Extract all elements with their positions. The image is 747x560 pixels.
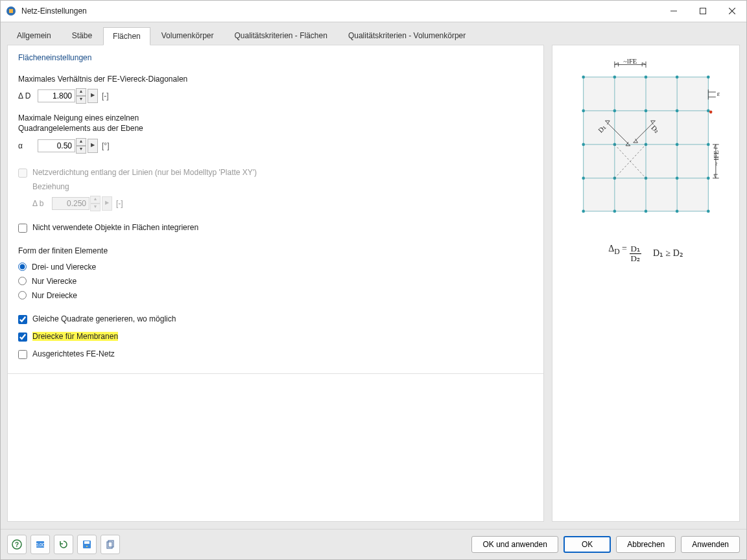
symbol-alpha: α bbox=[18, 141, 38, 150]
tab-staebe[interactable]: Stäbe bbox=[62, 27, 102, 45]
maximize-button[interactable] bbox=[688, 1, 717, 21]
radio-input-quads[interactable] bbox=[18, 277, 27, 285]
ok-button[interactable]: OK bbox=[563, 536, 611, 553]
expand-delta-d[interactable]: ▶ bbox=[88, 89, 98, 103]
check-integrate-unused[interactable]: Nicht verwendete Objekte in Flächen inte… bbox=[18, 223, 533, 233]
cancel-button[interactable]: Abbrechen bbox=[616, 536, 676, 553]
svg-point-20 bbox=[676, 76, 679, 79]
close-button[interactable] bbox=[717, 1, 746, 21]
svg-point-27 bbox=[582, 143, 585, 146]
svg-point-63 bbox=[86, 546, 88, 547]
svg-text:0,00: 0,00 bbox=[36, 542, 45, 547]
app-icon bbox=[6, 6, 16, 16]
tab-flaechen[interactable]: Flächen bbox=[103, 27, 150, 45]
input-delta-b bbox=[52, 197, 89, 210]
svg-point-31 bbox=[707, 143, 710, 146]
svg-point-35 bbox=[676, 177, 679, 180]
label-relation: Beziehung bbox=[32, 181, 533, 192]
symbol-delta-b: Δ b bbox=[32, 199, 52, 208]
tab-volumenkoerper[interactable]: Volumenkörper bbox=[152, 27, 224, 45]
ok-and-apply-button[interactable]: OK und anwenden bbox=[471, 536, 558, 553]
radio-shape-quads[interactable]: Nur Vierecke bbox=[18, 277, 533, 286]
expand-delta-b: ▶ bbox=[102, 196, 112, 211]
reset-button[interactable] bbox=[54, 535, 73, 554]
section-head-shape: Form der finiten Elemente bbox=[18, 246, 533, 256]
mesh-diagram: .gstroke{stroke:#7ab8bf;stroke-width:1;}… bbox=[568, 58, 724, 227]
unit-delta-b: [-] bbox=[116, 199, 123, 208]
input-alpha[interactable] bbox=[38, 139, 75, 152]
title-bar: Netz-Einstellungen bbox=[1, 1, 746, 22]
apply-button[interactable]: Anwenden bbox=[681, 536, 740, 553]
spin-down-alpha[interactable]: ▼ bbox=[76, 146, 86, 154]
checkbox-aligned-mesh[interactable] bbox=[18, 350, 27, 359]
settings-panel: Flächeneinstellungen Maximales Verhältni… bbox=[7, 45, 544, 522]
symbol-delta-d: Δ D bbox=[18, 91, 38, 100]
tab-allgemein[interactable]: Allgemein bbox=[7, 27, 61, 45]
tab-qualitaet-flaechen[interactable]: Qualitätskriterien - Flächen bbox=[224, 27, 337, 45]
radio-shape-both[interactable]: Drei- und Vierecke bbox=[18, 262, 533, 272]
window-title: Netz-Einstellungen bbox=[21, 6, 659, 16]
spin-up-delta-b: ▲ bbox=[90, 196, 101, 204]
radio-input-tris[interactable] bbox=[18, 291, 27, 299]
svg-rect-3 bbox=[700, 8, 706, 14]
svg-point-19 bbox=[645, 76, 648, 79]
input-delta-d[interactable] bbox=[38, 89, 75, 102]
svg-text:~ lFE: ~ lFE bbox=[713, 150, 720, 166]
svg-rect-1 bbox=[9, 9, 13, 13]
save-default-button[interactable] bbox=[77, 535, 97, 554]
checkbox-equal-squares[interactable] bbox=[18, 315, 27, 324]
svg-point-30 bbox=[676, 143, 679, 146]
minimize-button[interactable] bbox=[659, 1, 688, 21]
svg-point-37 bbox=[582, 210, 585, 213]
svg-rect-62 bbox=[84, 541, 89, 544]
svg-point-36 bbox=[707, 177, 710, 180]
expand-alpha[interactable]: ▶ bbox=[88, 139, 98, 153]
tab-qualitaet-volumen[interactable]: Qualitätskriterien - Volumenkörper bbox=[338, 27, 475, 45]
svg-text:~lFE: ~lFE bbox=[623, 58, 637, 65]
unit-alpha: [°] bbox=[102, 141, 109, 150]
tab-bar: Allgemein Stäbe Flächen Volumenkörper Qu… bbox=[1, 23, 746, 45]
svg-point-32 bbox=[582, 177, 585, 180]
diagram-panel: .gstroke{stroke:#7ab8bf;stroke-width:1;}… bbox=[552, 45, 740, 522]
checkbox-densify-lines bbox=[18, 169, 27, 178]
svg-point-38 bbox=[613, 210, 617, 213]
spin-down-delta-b: ▼ bbox=[90, 204, 101, 211]
svg-point-34 bbox=[645, 177, 648, 180]
checkbox-tri-membranes[interactable] bbox=[18, 332, 27, 342]
svg-text:ε: ε bbox=[717, 90, 720, 97]
spin-up-delta-d[interactable]: ▲ bbox=[76, 88, 86, 96]
svg-point-17 bbox=[582, 76, 585, 79]
label-max-incline: Maximale Neigung eines einzelnen Quadran… bbox=[18, 113, 533, 134]
svg-point-39 bbox=[645, 210, 648, 213]
section-head-surface: Flächeneinstellungen bbox=[18, 53, 533, 62]
copy-settings-button[interactable] bbox=[101, 535, 120, 554]
svg-point-40 bbox=[676, 210, 679, 213]
svg-point-23 bbox=[613, 110, 617, 113]
svg-text:?: ? bbox=[15, 541, 19, 548]
dialog-footer: ? 0,00 OK und anwenden OK Abbrechen Anwe… bbox=[1, 529, 746, 559]
spin-up-alpha[interactable]: ▲ bbox=[76, 138, 86, 146]
checkbox-integrate-unused[interactable] bbox=[18, 224, 27, 233]
spin-down-delta-d[interactable]: ▼ bbox=[76, 96, 86, 104]
check-densify-lines: Netzverdichtung entlang der Linien (nur … bbox=[18, 168, 533, 178]
unit-delta-d: [-] bbox=[102, 91, 109, 100]
svg-point-22 bbox=[582, 110, 585, 113]
check-aligned-mesh[interactable]: Ausgerichtetes FE-Netz bbox=[18, 349, 533, 359]
check-tri-membranes[interactable]: Dreiecke für Membranen bbox=[18, 332, 533, 342]
svg-point-24 bbox=[645, 110, 648, 113]
svg-point-21 bbox=[707, 76, 710, 79]
label-max-diag-ratio: Maximales Verhältnis der FE-Viereck-Diag… bbox=[18, 74, 533, 84]
radio-shape-tris[interactable]: Nur Dreiecke bbox=[18, 291, 533, 300]
help-button[interactable]: ? bbox=[7, 535, 27, 554]
units-button[interactable]: 0,00 bbox=[30, 535, 50, 554]
svg-point-41 bbox=[707, 210, 710, 213]
radio-input-both[interactable] bbox=[18, 262, 27, 271]
svg-point-18 bbox=[613, 76, 617, 79]
formula: ΔD = D₁ D₂ D₁ ≥ D₂ bbox=[608, 244, 683, 262]
svg-point-56 bbox=[709, 111, 713, 114]
svg-point-25 bbox=[676, 110, 679, 113]
check-equal-squares[interactable]: Gleiche Quadrate generieren, wo möglich bbox=[18, 314, 533, 324]
